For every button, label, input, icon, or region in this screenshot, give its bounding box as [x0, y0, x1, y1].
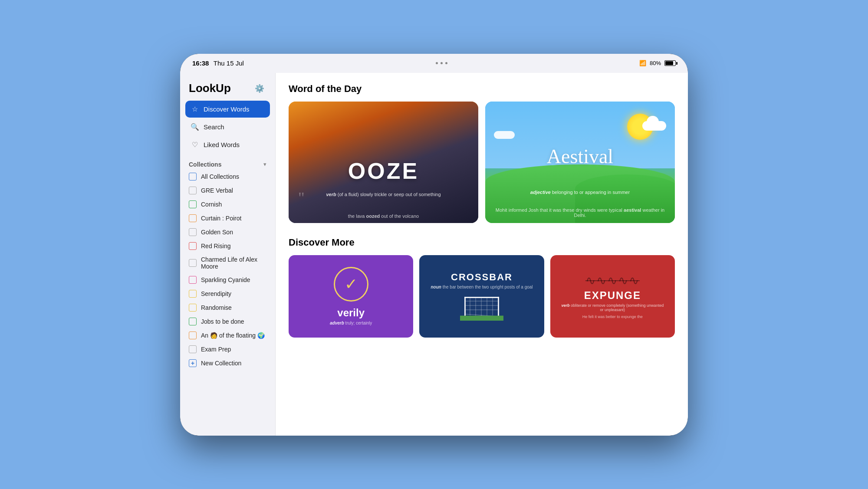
- sidebar-header: LookUp ⚙️: [180, 73, 275, 99]
- collection-label-curtain: Curtain : Poirot: [201, 215, 241, 222]
- svg-rect-2: [464, 297, 499, 298]
- collection-golden-son[interactable]: Golden Son: [180, 225, 275, 239]
- status-dot: [436, 62, 438, 64]
- expunge-pos: verb: [562, 303, 570, 308]
- status-bar: 16:38 Thu 15 Jul 📶 80%: [180, 54, 688, 73]
- collection-exam-prep[interactable]: Exam Prep: [180, 342, 275, 356]
- collections-section-header: Collections ▾: [180, 156, 275, 170]
- wifi-icon: 📶: [639, 60, 646, 66]
- nav-label-search: Search: [204, 123, 224, 131]
- wotd-card-ooze[interactable]: " OOZE verb (of a fluid) slowly trickle …: [289, 102, 478, 223]
- chevron-down-icon: ▾: [263, 161, 266, 167]
- status-dot: [445, 62, 447, 64]
- collection-jobs[interactable]: Jobs to be done: [180, 315, 275, 328]
- checkmark-icon: ✓: [345, 275, 358, 293]
- sidebar: LookUp ⚙️ ☆ Discover Words 🔍 Search ♡ Li…: [180, 73, 276, 436]
- collection-icon-serendipity: [189, 290, 197, 298]
- collection-randomise[interactable]: Randomise: [180, 301, 275, 315]
- collection-curtain-poirot[interactable]: Curtain : Poirot: [180, 211, 275, 225]
- status-dot: [441, 62, 443, 64]
- wotd-card-aestival[interactable]: Aestival adjective belonging to or appea…: [485, 102, 675, 223]
- nav-item-liked-words[interactable]: ♡ Liked Words: [185, 136, 270, 153]
- svg-rect-0: [464, 297, 466, 316]
- collection-label-serendipity: Serendipity: [201, 290, 231, 297]
- collection-label-sparkling: Sparkling Cyanide: [201, 276, 250, 283]
- discover-card-verily[interactable]: ✓ verily adverb truly; certainly: [289, 255, 413, 338]
- device-frame: 16:38 Thu 15 Jul 📶 80% LookUp: [180, 54, 688, 436]
- nav-label-liked-words: Liked Words: [204, 141, 240, 148]
- collection-red-rising[interactable]: Red Rising: [180, 239, 275, 253]
- status-date: Thu 15 Jul: [214, 59, 244, 67]
- crossbar-word: CROSSBAR: [451, 272, 513, 283]
- verily-definition: adverb truly; certainly: [326, 321, 376, 325]
- collection-label-emoji: An 🧑 of the floating 🌍: [201, 332, 265, 339]
- nav-item-search[interactable]: 🔍 Search: [185, 118, 270, 135]
- collection-new[interactable]: + New Collection: [180, 356, 275, 370]
- collection-icon-golden: [189, 228, 197, 236]
- collection-label-gre: GRE Verbal: [201, 187, 233, 194]
- collection-all-collections[interactable]: All Collections: [180, 170, 275, 184]
- collection-label-all: All Collections: [201, 173, 239, 180]
- svg-rect-1: [498, 297, 499, 316]
- crossbar-pos: noun: [431, 285, 441, 289]
- expunge-scribble: ∿∿∿∿∿: [585, 273, 640, 288]
- expunge-word: EXPUNGE: [584, 289, 641, 302]
- aestival-definition: adjective belonging to or appearing in s…: [485, 190, 675, 195]
- collection-label-red: Red Rising: [201, 243, 230, 249]
- status-right: 📶 80%: [639, 60, 676, 66]
- collection-gre-verbal[interactable]: GRE Verbal: [180, 184, 275, 197]
- verily-def-text: truly; certainly: [345, 321, 372, 325]
- collection-icon-exam: [189, 345, 197, 353]
- aestival-word: Aestival: [485, 145, 675, 168]
- heart-icon: ♡: [191, 141, 199, 149]
- collection-icon-new: +: [189, 359, 197, 367]
- status-left: 16:38 Thu 15 Jul: [192, 59, 244, 67]
- nav-item-discover-words[interactable]: ☆ Discover Words: [185, 101, 270, 118]
- expunge-quote: He felt it was better to expunge the: [579, 315, 646, 319]
- star-icon: ☆: [191, 105, 199, 113]
- collection-icon-emoji: [189, 331, 197, 339]
- collections-title: Collections: [189, 161, 221, 168]
- collection-icon-randomise: [189, 304, 197, 312]
- goal-svg: [460, 295, 503, 321]
- svg-rect-13: [460, 316, 503, 321]
- ooze-quote: the lava oozed out of the volcano: [289, 213, 478, 219]
- collection-serendipity[interactable]: Serendipity: [180, 287, 275, 301]
- collection-label-cornish: Cornish: [201, 201, 222, 208]
- verily-word: verily: [337, 307, 365, 319]
- collection-charmed-life[interactable]: Charmed Life of Alex Moore: [180, 253, 275, 273]
- crossbar-def-text: the bar between the two upright posts of…: [443, 285, 533, 289]
- collection-label-charmed: Charmed Life of Alex Moore: [201, 256, 266, 270]
- discover-card-expunge[interactable]: ∿∿∿∿∿ EXPUNGE verb obliterate or remove …: [550, 255, 675, 338]
- expunge-definition: verb obliterate or remove completely (so…: [557, 303, 668, 312]
- nav-label-discover-words: Discover Words: [204, 105, 250, 113]
- cloud-icon-2: [494, 131, 515, 139]
- collection-cornish[interactable]: Cornish: [180, 197, 275, 211]
- collection-label-jobs: Jobs to be done: [201, 318, 244, 325]
- ooze-pos: verb: [326, 192, 336, 197]
- content-area: Word of the Day " OOZE verb (of a fluid)…: [276, 73, 688, 436]
- search-icon: 🔍: [191, 123, 199, 131]
- aestival-pos: adjective: [530, 190, 551, 195]
- battery-fill: [665, 61, 673, 65]
- aestival-quote: Mohit informed Josh that it was these dr…: [485, 207, 675, 218]
- collection-sparkling-cyanide[interactable]: Sparkling Cyanide: [180, 273, 275, 287]
- collection-emoji[interactable]: An 🧑 of the floating 🌍: [180, 328, 275, 342]
- battery-icon: [664, 60, 676, 66]
- cloud-icon-1: [642, 121, 666, 131]
- collection-label-exam: Exam Prep: [201, 346, 231, 353]
- ooze-quote-bold: oozed: [366, 213, 380, 219]
- ooze-definition: verb (of a fluid) slowly trickle or seep…: [289, 192, 478, 197]
- collection-label-new: New Collection: [201, 360, 241, 367]
- verily-circle: ✓: [334, 267, 368, 302]
- collection-icon-curtain: [189, 214, 197, 222]
- main-content: LookUp ⚙️ ☆ Discover Words 🔍 Search ♡ Li…: [180, 73, 688, 436]
- status-time: 16:38: [192, 59, 209, 67]
- collection-label-randomise: Randomise: [201, 304, 232, 311]
- aestival-def-text: belonging to or appearing in summer: [552, 190, 630, 195]
- collection-label-golden: Golden Son: [201, 229, 233, 236]
- settings-button[interactable]: ⚙️: [253, 82, 266, 95]
- discover-card-crossbar[interactable]: CROSSBAR noun the bar between the two up…: [419, 255, 544, 338]
- collection-icon-gre: [189, 187, 197, 194]
- expunge-def-text: obliterate or remove completely (somethi…: [571, 303, 664, 312]
